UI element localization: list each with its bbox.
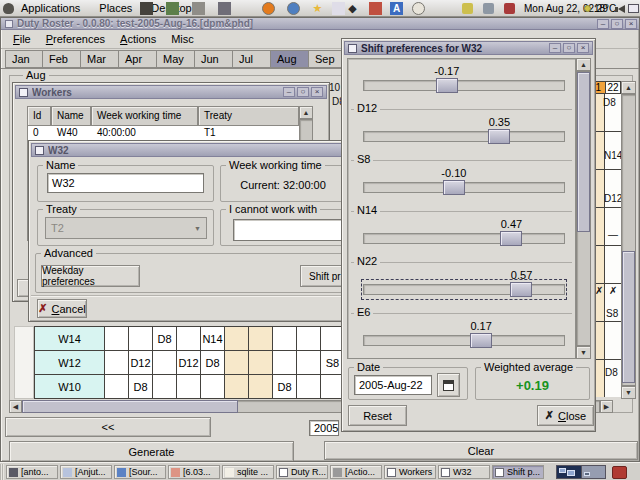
roster-cell[interactable] xyxy=(105,375,129,399)
workspace-1[interactable] xyxy=(557,466,581,478)
menu-misc[interactable]: Misc xyxy=(165,31,200,47)
worker-row-name[interactable]: W40 xyxy=(52,126,91,140)
treaty-combobox[interactable]: T2 ▼ xyxy=(45,217,207,239)
roster-cell[interactable] xyxy=(273,327,297,351)
menu-file[interactable]: File xyxy=(7,31,37,47)
tray-icon-3[interactable] xyxy=(504,3,515,14)
temperature[interactable]: 18°C xyxy=(594,3,616,14)
roster-cell[interactable] xyxy=(177,327,201,351)
minimize-icon[interactable]: – xyxy=(597,19,609,29)
display-icon[interactable] xyxy=(218,2,231,15)
previous-year-button[interactable]: << xyxy=(5,417,211,437)
slider[interactable] xyxy=(363,128,565,145)
roster-cell[interactable] xyxy=(153,351,177,375)
roster-cell[interactable]: D8 xyxy=(153,327,177,351)
tray-icon-1[interactable] xyxy=(462,3,473,14)
slider-handle[interactable] xyxy=(470,333,492,348)
maximize-icon[interactable]: ○ xyxy=(611,19,623,29)
shift-vscrollbar-thumb[interactable] xyxy=(577,72,590,232)
roster-worker-name[interactable]: W14 xyxy=(35,327,105,351)
worker-row-week[interactable]: 40:00:00 xyxy=(92,126,198,140)
main-titlebar[interactable]: Duty Roster - 0.0.80: test-2005-Aug-16.[… xyxy=(1,18,640,30)
clear-button[interactable]: Clear xyxy=(324,441,638,460)
roster-cell[interactable]: D8 xyxy=(201,351,225,375)
taskbar-item-w32[interactable]: W32 xyxy=(438,465,490,479)
scroll-right-icon[interactable]: ▶ xyxy=(600,400,613,413)
maximize-icon[interactable]: ○ xyxy=(297,87,309,97)
close-button[interactable]: ✗ Close xyxy=(537,405,594,426)
roster-cell[interactable] xyxy=(129,327,153,351)
roster-cell[interactable]: D8 xyxy=(273,375,297,399)
anjuta-icon[interactable]: A xyxy=(390,2,403,15)
roster-cell[interactable] xyxy=(249,375,273,399)
roster-cell[interactable] xyxy=(297,375,321,399)
scroll-up-icon[interactable]: ▲ xyxy=(621,81,636,94)
scroll-up-icon[interactable]: ▲ xyxy=(576,58,591,71)
generate-button[interactable]: Generate xyxy=(9,441,294,462)
cancel-button[interactable]: ✗ Cancel xyxy=(37,299,87,318)
roster-cell[interactable] xyxy=(201,375,225,399)
shift-preferences-button[interactable]: Shift pr xyxy=(300,265,346,287)
tab-jun[interactable]: Jun xyxy=(195,50,233,68)
slider[interactable] xyxy=(363,281,565,298)
menu-actions[interactable]: Actions xyxy=(114,31,162,47)
tab-jul[interactable]: Jul xyxy=(233,50,271,68)
scroll-left-icon[interactable]: ◀ xyxy=(9,400,22,413)
taskbar-item-anto[interactable]: [anto... xyxy=(6,465,58,479)
roster-cell[interactable] xyxy=(249,327,273,351)
plant-icon[interactable] xyxy=(166,2,179,15)
taskbar-item-shiftp[interactable]: Shift p... xyxy=(492,465,544,479)
close-icon[interactable]: × xyxy=(311,87,323,97)
weekday-preferences-button[interactable]: Weekday preferences xyxy=(41,265,140,287)
maximize-icon[interactable]: ○ xyxy=(563,43,575,53)
workspace-2[interactable] xyxy=(581,466,605,478)
reset-button[interactable]: Reset xyxy=(348,405,407,426)
tab-aug[interactable]: Aug xyxy=(271,50,309,68)
column-header-name[interactable]: Name xyxy=(51,106,91,126)
star-icon[interactable]: ★ xyxy=(311,2,324,15)
taskbar-item-anjut[interactable]: [Anjut... xyxy=(60,465,112,479)
roster-worker-name[interactable]: W10 xyxy=(35,375,105,399)
menu-preferences[interactable]: Preferences xyxy=(40,31,111,47)
roster-vscrollbar-thumb[interactable] xyxy=(622,251,635,383)
slider-handle[interactable] xyxy=(436,78,458,93)
tab-may[interactable]: May xyxy=(157,50,195,68)
roster-cell[interactable] xyxy=(249,351,273,375)
minimize-icon[interactable]: – xyxy=(283,87,295,97)
date-input[interactable]: 2005-Aug-22 xyxy=(354,375,432,395)
worker-row-treaty[interactable]: T1 xyxy=(199,126,299,140)
package-icon[interactable] xyxy=(369,2,382,15)
tab-mar[interactable]: Mar xyxy=(81,50,119,68)
roster-cell[interactable] xyxy=(225,375,249,399)
panel-menu-applications[interactable]: Applications xyxy=(18,1,83,15)
column-header-id[interactable]: Id xyxy=(27,106,51,126)
slider[interactable] xyxy=(363,77,565,94)
roster-cell[interactable] xyxy=(273,351,297,375)
firefox-icon[interactable] xyxy=(262,2,275,15)
gnome-logo-icon[interactable] xyxy=(3,3,14,14)
taskbar-item-sour[interactable]: [Sour... xyxy=(114,465,166,479)
roster-cell[interactable]: D12 xyxy=(177,351,201,375)
taskbar-item-workers[interactable]: Workers xyxy=(384,465,436,479)
w32-titlebar[interactable]: W32 xyxy=(31,143,343,157)
roster-cell[interactable] xyxy=(105,327,129,351)
monitor-icon[interactable] xyxy=(192,2,205,15)
web-browser-icon[interactable] xyxy=(287,2,300,15)
scroll-up-icon[interactable]: ▲ xyxy=(299,106,313,119)
panel-menu-places[interactable]: Places xyxy=(96,1,135,15)
taskbar-item-dutyr[interactable]: Duty R... xyxy=(276,465,328,479)
slider[interactable] xyxy=(363,332,565,349)
shift-titlebar[interactable]: Shift preferences for W32 – ○ × xyxy=(344,41,593,55)
close-icon[interactable]: × xyxy=(577,43,589,53)
roster-cell[interactable] xyxy=(153,375,177,399)
roster-cell[interactable] xyxy=(297,351,321,375)
workers-titlebar[interactable]: Workers – ○ × xyxy=(15,85,327,99)
taskbar-item-actio[interactable]: [Actio... xyxy=(330,465,382,479)
roster-worker-name[interactable]: W12 xyxy=(35,351,105,375)
column-header-treaty[interactable]: Treaty xyxy=(198,106,299,126)
roster-cell[interactable] xyxy=(177,375,201,399)
worker-row-id[interactable]: 0 xyxy=(28,126,51,140)
calendar-button[interactable] xyxy=(437,373,460,397)
slider-handle[interactable] xyxy=(443,180,465,195)
roster-cell[interactable]: D12 xyxy=(129,351,153,375)
